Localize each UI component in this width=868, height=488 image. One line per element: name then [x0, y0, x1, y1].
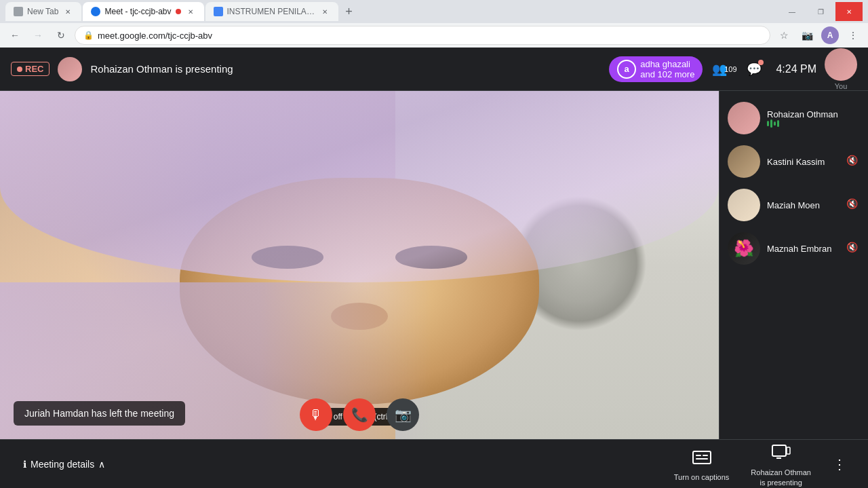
meet-body: Juriah Hamdan has left the meeting Turn … — [0, 91, 868, 439]
more-dots-icon: ⋮ — [833, 456, 846, 472]
tab-favicon-3 — [214, 7, 223, 16]
bottom-right-actions: Turn on captions Rohaizan Othmanis prese… — [669, 438, 852, 488]
svg-rect-5 — [787, 447, 790, 454]
tab-title-2: Meet - tjc-ccjb-abv — [104, 7, 171, 16]
you-label: You — [835, 82, 848, 90]
participant-item-4[interactable]: 🌺 Maznah Embran 🔇 — [719, 227, 868, 270]
tab-close-3[interactable]: ✕ — [319, 6, 330, 17]
speaking-indicator-1 — [767, 119, 860, 128]
presenter-action[interactable]: Rohaizan Othmanis presenting — [745, 438, 816, 488]
participants-badge[interactable]: a adha ghazaliand 102 more — [609, 56, 703, 82]
mute-icon-4: 🔇 — [846, 242, 860, 255]
people-button[interactable]: 👥 109 — [711, 56, 738, 83]
participant-name-3: Maziah Moen — [767, 200, 840, 210]
participants-label: adha ghazaliand 102 more — [640, 59, 694, 79]
you-avatar — [825, 48, 857, 81]
rec-dot — [17, 67, 22, 72]
svg-rect-1 — [696, 455, 701, 456]
chevron-up-icon: ∧ — [98, 459, 105, 470]
menu-button[interactable]: ⋮ — [844, 26, 863, 45]
browser-titlebar: New Tab ✕ Meet - tjc-ccjb-abv ✕ INSTRUME… — [0, 0, 868, 23]
participant-avatar-1 — [728, 102, 760, 134]
bottom-bar: ℹ Meeting details ∧ Turn on captions — [0, 439, 868, 488]
chat-badge — [758, 60, 764, 65]
meeting-details-button[interactable]: ℹ Meeting details ∧ — [16, 455, 112, 474]
camera-ctrl-icon: 📷 — [395, 407, 412, 423]
presenter-avatar-header — [58, 57, 82, 81]
mute-icon: 🎙 — [309, 407, 323, 423]
participant-avatar-3 — [728, 189, 760, 221]
presenter-name: Rohaizan Othman is presenting — [90, 63, 233, 75]
tab-new-tab[interactable]: New Tab ✕ — [5, 2, 81, 21]
participant-avatar-2 — [728, 145, 760, 178]
tab-meet[interactable]: Meet - tjc-ccjb-abv ✕ — [83, 2, 203, 21]
main-video: Juriah Hamdan has left the meeting Turn … — [0, 91, 719, 439]
right-panel: Rohaizan Othman Kastini Kassim 🔇 — [719, 91, 868, 439]
maximize-button[interactable]: ❐ — [807, 2, 834, 21]
profile-avatar: A — [821, 26, 839, 44]
presenter-action-label: Rohaizan Othmanis presenting — [751, 468, 811, 487]
meeting-details-label: Meeting details — [31, 459, 94, 470]
participant-avatar-4: 🌺 — [728, 232, 760, 265]
participant-name-4: Maznah Embran — [767, 244, 840, 254]
mute-icon-3: 🔇 — [846, 198, 860, 212]
more-options-button[interactable]: ⋮ — [827, 452, 852, 476]
bookmark-button[interactable]: ☆ — [774, 26, 793, 45]
participant-item-1[interactable]: Rohaizan Othman — [719, 96, 868, 140]
tab-close-1[interactable]: ✕ — [62, 6, 73, 17]
participant-name-1: Rohaizan Othman — [767, 109, 860, 119]
url-text: meet.google.com/tjc-ccjb-abv — [98, 31, 762, 41]
participant-avatar-badge: a — [617, 60, 636, 79]
svg-rect-0 — [693, 451, 711, 464]
present-icon — [769, 440, 793, 465]
tab-title-3: INSTRUMEN PENILAIAN PROGR... — [227, 7, 315, 16]
end-call-button[interactable]: 📞 — [343, 398, 376, 431]
lock-icon: 🔒 — [83, 31, 94, 40]
tab-close-2[interactable]: ✕ — [185, 6, 196, 17]
participant-item-2[interactable]: Kastini Kassim 🔇 — [719, 140, 868, 183]
svg-rect-2 — [696, 458, 708, 459]
you-avatar-container: You — [825, 48, 857, 90]
rec-badge: REC — [11, 62, 50, 76]
captions-label: Turn on captions — [674, 472, 730, 482]
forward-button[interactable]: → — [28, 26, 47, 45]
svg-rect-3 — [703, 455, 708, 456]
svg-rect-4 — [772, 445, 786, 456]
face-simulation — [0, 91, 719, 439]
tab-title-1: New Tab — [27, 7, 58, 16]
refresh-button[interactable]: ↻ — [52, 26, 71, 45]
captions-icon — [690, 445, 714, 470]
back-button[interactable]: ← — [5, 26, 24, 45]
chat-button[interactable]: 💬 — [741, 56, 768, 83]
tab-favicon-2 — [91, 7, 100, 16]
participant-name-2: Kastini Kassim — [767, 157, 840, 167]
new-tab-button[interactable]: + — [340, 2, 359, 21]
minimize-button[interactable]: — — [778, 2, 806, 21]
info-icon: ℹ — [23, 459, 26, 470]
mute-icon-2: 🔇 — [846, 155, 860, 168]
header-icons: 👥 109 💬 4:24 PM You — [711, 48, 857, 90]
participant-item-3[interactable]: Maziah Moen 🔇 — [719, 183, 868, 227]
time-display: 4:24 PM — [770, 63, 822, 75]
mute-button[interactable]: 🎙 — [300, 398, 332, 431]
tab-instrumen[interactable]: INSTRUMEN PENILAIAN PROGR... ✕ — [205, 2, 338, 21]
profile-button[interactable]: A — [821, 26, 840, 45]
window-controls: — ❐ ✕ — [778, 2, 863, 21]
browser-addressbar: ← → ↻ 🔒 meet.google.com/tjc-ccjb-abv ☆ 📷… — [0, 23, 868, 48]
meet-header: REC Rohaizan Othman is presenting a adha… — [0, 48, 868, 91]
people-count: 109 — [724, 65, 736, 73]
camera-permission-button[interactable]: 📷 — [797, 26, 816, 45]
close-button[interactable]: ✕ — [835, 2, 863, 21]
tab-bar: New Tab ✕ Meet - tjc-ccjb-abv ✕ INSTRUME… — [5, 2, 773, 21]
tab-favicon-1 — [14, 7, 23, 16]
controls-bar: 🎙 📞 📷 — [0, 390, 719, 439]
meet-app: REC Rohaizan Othman is presenting a adha… — [0, 48, 868, 488]
browser-chrome: New Tab ✕ Meet - tjc-ccjb-abv ✕ INSTRUME… — [0, 0, 868, 48]
end-icon: 📞 — [351, 407, 368, 423]
video-container: Juriah Hamdan has left the meeting Turn … — [0, 91, 719, 439]
address-bar[interactable]: 🔒 meet.google.com/tjc-ccjb-abv — [75, 26, 770, 45]
camera-toggle-button[interactable]: 📷 — [387, 398, 419, 431]
tab-recording-dot — [176, 9, 181, 14]
captions-action[interactable]: Turn on captions — [669, 443, 735, 485]
